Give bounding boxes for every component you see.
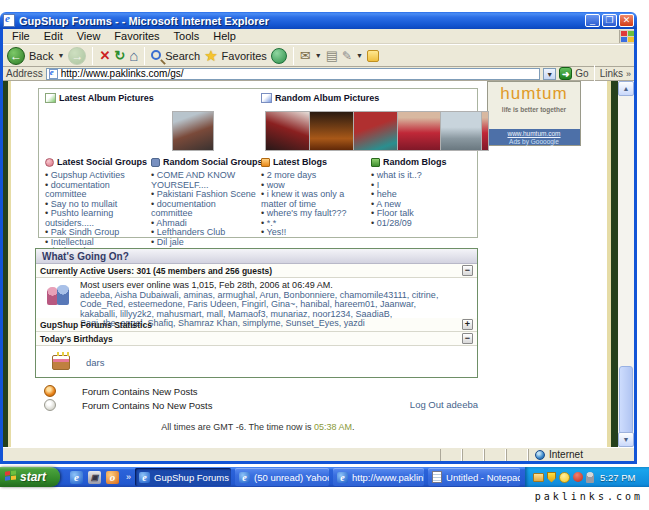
scrollbar-thumb[interactable] xyxy=(619,366,633,434)
address-dropdown-icon[interactable]: ▼ xyxy=(543,68,556,80)
ad-brand[interactable]: humtum xyxy=(488,84,580,104)
column-title: Random Social Groups xyxy=(163,157,263,167)
group-link[interactable]: documentation committee xyxy=(45,181,149,200)
links-chevron-icon[interactable]: » xyxy=(626,69,631,79)
home-icon[interactable]: ⌂ xyxy=(129,47,138,65)
group-link[interactable]: Dil jale xyxy=(151,238,257,248)
edit-dropdown-icon[interactable]: ▼ xyxy=(356,52,363,59)
back-icon[interactable]: ← xyxy=(7,47,25,65)
address-url[interactable]: http://www.paklinks.com/gs/ xyxy=(61,68,184,79)
task-label: GupShup Forums - - ... xyxy=(154,472,231,483)
active-users-header: Currently Active Users: 301 (45 members … xyxy=(40,266,272,276)
quicklaunch-more-icon[interactable]: » xyxy=(126,472,131,482)
blog-link[interactable]: 01/28/09 xyxy=(371,219,473,229)
blog-link[interactable]: where's my fault??? xyxy=(261,209,367,219)
watermark: paklinks.com xyxy=(535,491,643,502)
tray-messenger-icon[interactable] xyxy=(559,472,570,483)
scroll-up-icon[interactable]: ▲ xyxy=(618,81,634,96)
blog-link[interactable]: Yes!! xyxy=(261,228,367,238)
group-link[interactable]: COME AND KNOW YOURSELF.... xyxy=(151,171,257,190)
expand-button[interactable]: + xyxy=(462,319,473,330)
collapse-button[interactable]: − xyxy=(462,333,473,344)
vertical-scrollbar[interactable]: ▲ ▼ xyxy=(618,81,634,447)
taskbar: start e ▣ o » e GupShup Forums - - ... e… xyxy=(0,467,649,487)
start-flag-icon xyxy=(5,470,17,483)
address-label: Address xyxy=(6,68,43,79)
menu-help[interactable]: Help xyxy=(206,30,243,42)
search-icon[interactable] xyxy=(151,50,161,60)
menu-tools[interactable]: Tools xyxy=(167,30,207,42)
active-users-row: Most users ever online was 1,015, Feb 28… xyxy=(36,278,477,318)
start-button[interactable]: start xyxy=(0,467,60,487)
tray-security-shield-icon[interactable] xyxy=(547,472,556,483)
legend-no-new-posts: Forum Contains No New Posts xyxy=(44,399,212,411)
menu-view[interactable]: View xyxy=(70,30,108,42)
favorites-label[interactable]: Favorites xyxy=(222,50,267,62)
group-link[interactable]: Pushto learning outsiders..... xyxy=(45,209,149,228)
taskbar-task-notepad[interactable]: Untitled - Notepad xyxy=(428,468,520,486)
ad-link[interactable]: www.humtum.com xyxy=(488,130,580,138)
back-label[interactable]: Back xyxy=(29,50,53,62)
status-bar: Internet xyxy=(3,447,634,461)
screenshot-canvas: GupShup Forums - - Microsoft Internet Ex… xyxy=(0,0,649,510)
quicklaunch-ie-icon[interactable]: e xyxy=(70,471,83,484)
menu-edit[interactable]: Edit xyxy=(37,30,70,42)
print-icon[interactable]: ▤ xyxy=(326,47,338,65)
address-input[interactable]: http://www.paklinks.com/gs/ xyxy=(46,68,541,80)
tray-folder-icon[interactable] xyxy=(533,473,544,482)
taskbar-task-gupshup[interactable]: e GupShup Forums - - ... xyxy=(135,468,231,486)
birthday-user-link[interactable]: dars xyxy=(86,357,104,368)
blog-link[interactable]: what is it..? xyxy=(371,171,473,181)
maximize-button[interactable]: ❐ xyxy=(602,14,617,27)
close-button[interactable]: ✕ xyxy=(619,14,634,27)
edit-icon[interactable]: ✎ xyxy=(342,47,352,65)
media-globe-icon[interactable] xyxy=(271,48,287,64)
stop-icon[interactable]: ✕ xyxy=(99,47,110,65)
scroll-down-icon[interactable]: ▼ xyxy=(618,432,634,447)
tray-user-icon[interactable] xyxy=(586,472,594,483)
latest-album-thumbnail[interactable] xyxy=(172,111,214,151)
group-link[interactable]: documentation committee xyxy=(151,200,257,219)
random-album-thumbnail[interactable] xyxy=(440,111,482,151)
collapse-button[interactable]: − xyxy=(462,265,473,276)
latest-album-icon xyxy=(45,93,56,103)
tray-app-icon[interactable] xyxy=(573,472,583,482)
logout-link[interactable]: Log Out adeeba xyxy=(343,399,478,410)
search-label[interactable]: Search xyxy=(165,50,200,62)
task-label: (50 unread) Yahoo! ... xyxy=(254,472,329,483)
menu-file[interactable]: File xyxy=(5,30,37,42)
minimize-button[interactable]: _ xyxy=(585,14,600,27)
column-title: Latest Blogs xyxy=(273,157,327,167)
birthdays-bar: Today's Birthdays − xyxy=(36,332,477,346)
taskbar-task-yahoo[interactable]: e (50 unread) Yahoo! ... xyxy=(235,468,329,486)
mail-dropdown-icon[interactable]: ▼ xyxy=(315,52,322,59)
go-label[interactable]: Go xyxy=(575,68,588,79)
status-panel xyxy=(440,449,462,461)
menu-bar: File Edit View Favorites Tools Help xyxy=(3,29,634,44)
blog-link[interactable]: i knew it was only a matter of time xyxy=(261,190,367,209)
ad-byline[interactable]: Ads by Goooogle xyxy=(488,138,580,146)
favorites-icon[interactable]: ★ xyxy=(204,47,217,65)
window-title: GupShup Forums - - Microsoft Internet Ex… xyxy=(19,15,269,27)
ie-toolbar: ← Back ▼ → ✕ ↻ ⌂ Search ★ Favorites ✉ ▼ … xyxy=(3,44,634,67)
page-content: humtum life is better together www.humtu… xyxy=(3,81,634,447)
refresh-icon[interactable]: ↻ xyxy=(114,47,125,65)
menu-favorites[interactable]: Favorites xyxy=(107,30,166,42)
back-dropdown-icon[interactable]: ▼ xyxy=(57,52,64,59)
internet-zone-icon xyxy=(535,450,545,460)
taskbar-task-paklinks[interactable]: e http://www.paklinks.... xyxy=(333,468,424,486)
random-album-title: Random Album Pictures xyxy=(275,93,379,103)
google-ad[interactable]: humtum life is better together www.humtu… xyxy=(487,81,581,146)
messenger-icon[interactable] xyxy=(367,50,379,62)
birthday-row: dars xyxy=(36,346,477,378)
go-icon[interactable]: ➜ xyxy=(559,67,572,80)
forward-icon[interactable]: → xyxy=(68,47,86,65)
quicklaunch-media-icon[interactable]: o xyxy=(106,471,119,484)
quicklaunch-desktop-icon[interactable]: ▣ xyxy=(88,471,101,484)
links-label[interactable]: Links xyxy=(600,68,623,79)
latest-blogs-icon xyxy=(261,158,270,167)
ad-footer: www.humtum.com Ads by Goooogle xyxy=(488,129,580,145)
title-bar[interactable]: GupShup Forums - - Microsoft Internet Ex… xyxy=(0,12,637,29)
mail-icon[interactable]: ✉ xyxy=(300,47,311,65)
ad-tagline: life is better together xyxy=(488,106,580,113)
